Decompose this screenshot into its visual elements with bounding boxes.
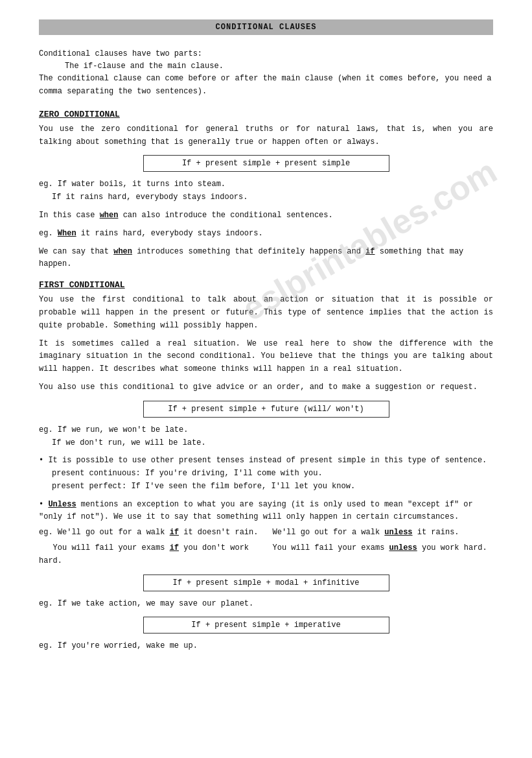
first-eg2-block: eg. If we take action, we may save our p… [39,598,493,611]
zero-when-keyword: when [100,211,119,220]
zero-when2-keyword: When [58,229,76,238]
zero-when3-keyword: when [113,247,132,256]
first-body1: You use the first conditional to talk ab… [39,294,493,332]
first-formula: If + present simple + future (will/ won'… [143,401,389,418]
unless-eg1b: We'll go out for a walk unless it rains. [273,527,494,539]
zero-note2: eg. When it rains hard, everybody stays … [39,228,493,241]
unless-keyword: Unless [48,500,76,509]
zero-note1: In this case when can also introduce the… [39,209,493,222]
first-eg3-block: eg. If you're worried, wake me up. [39,640,493,653]
first-bullet1: • It is possible to use other present te… [39,455,493,493]
zero-examples: eg. If water boils, it turns into steam.… [39,178,493,204]
unless-examples2: You will fail your exams if you don't wo… [39,542,493,568]
first-unless-intro: • Unless mentions an exception to what y… [39,499,493,525]
first-formula2: If + present simple + modal + infinitive [143,574,389,591]
intro-line1: Conditional clauses have two parts: [39,48,493,60]
unless-if2: if [170,543,179,552]
unless-unless2: unless [389,543,417,552]
first-body2: It is sometimes called a real situation.… [39,338,493,376]
unless-unless1: unless [384,528,412,537]
first-title: FIRST CONDITIONAL [39,280,493,290]
zero-title: ZERO CONDITIONAL [39,110,493,119]
unless-if1: if [170,528,179,537]
first-eg2: If we don't run, we will be late. [52,437,493,450]
page-title: CONDITIONAL CLAUSES [39,19,493,35]
first-pc: present continuous: If you're driving, I… [52,468,493,480]
zero-eg2: If it rains hard, everybody stays indoor… [52,191,493,204]
page: eslprintables.com CONDITIONAL CLAUSES Co… [0,0,532,758]
zero-if-keyword: if [365,247,375,256]
zero-body1: You use the zero conditional for general… [39,123,493,149]
zero-conditional-section: ZERO CONDITIONAL You use the zero condit… [39,110,493,271]
first-body3: You also use this conditional to give ad… [39,381,493,394]
first-bullet2: • Unless mentions an exception to what y… [39,499,493,568]
first-eg3-1: eg. If you're worried, wake me up. [39,640,493,653]
unless-examples: eg. We'll go out for a walk if it doesn'… [39,527,493,539]
first-bullet1-intro: • It is possible to use other present te… [39,455,493,468]
first-eg1: eg. If we run, we won't be late. [39,424,493,437]
intro-line3: The conditional clause can come before o… [39,73,493,97]
intro-section: Conditional clauses have two parts: The … [39,48,493,98]
first-pp: present perfect: If I've seen the film b… [52,480,493,493]
zero-formula: If + present simple + present simple [143,155,389,172]
title-text: CONDITIONAL CLAUSES [216,23,317,32]
intro-line2: The if-clause and the main clause. [65,60,493,73]
zero-eg1: eg. If water boils, it turns into steam. [39,178,493,191]
unless-eg2b: You will fail your exams unless you work… [273,542,494,568]
first-eg2-1: eg. If we take action, we may save our p… [39,598,493,611]
unless-eg2a: You will fail your exams if you don't wo… [39,542,260,568]
zero-note3: We can say that when introduces somethin… [39,246,493,272]
first-conditional-section: FIRST CONDITIONAL You use the first cond… [39,280,493,653]
first-formula3: If + present simple + imperative [143,617,389,634]
first-examples: eg. If we run, we won't be late. If we d… [39,424,493,450]
unless-eg1a: eg. We'll go out for a walk if it doesn'… [39,527,260,539]
